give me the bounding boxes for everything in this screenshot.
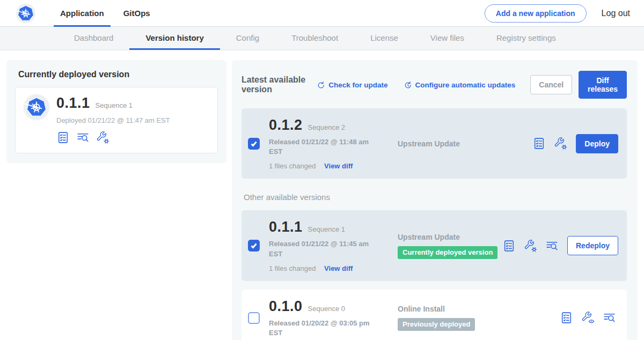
- version-number: 0.1.2: [269, 117, 303, 134]
- subnav-license[interactable]: License: [354, 27, 414, 50]
- tab-application[interactable]: Application: [54, 0, 111, 27]
- preflight-checklist-icon[interactable]: [56, 131, 70, 144]
- view-logs-icon[interactable]: [545, 239, 559, 253]
- version-history-panel: Latest available version Check for updat…: [232, 60, 638, 340]
- tab-gitops[interactable]: GitOps: [117, 0, 157, 27]
- check-for-update-link[interactable]: Check for update: [316, 80, 387, 90]
- subnav-registry-settings[interactable]: Registry settings: [480, 27, 572, 50]
- version-checkbox[interactable]: [248, 138, 260, 150]
- currently-deployed-panel: Currently deployed version 0.1.1 Sequenc…: [6, 60, 226, 163]
- latest-available-title: Latest available version: [241, 75, 309, 94]
- subnav-config[interactable]: Config: [220, 27, 275, 50]
- version-sequence: Sequence 1: [308, 225, 345, 233]
- version-row-0-1-0: 0.1.0 Sequence 0 Released 01/20/22 @ 03:…: [241, 290, 627, 340]
- view-diff-link[interactable]: View diff: [324, 264, 353, 272]
- files-changed-label: 1 files changed: [269, 162, 316, 170]
- kubernetes-logo: [16, 4, 35, 23]
- version-source: Upstream Update: [398, 233, 502, 241]
- released-timestamp: Released 01/21/22 @ 11:45 am EST: [269, 239, 384, 258]
- view-logs-icon[interactable]: [76, 131, 90, 144]
- app-subnav: Dashboard Version history Config Trouble…: [0, 27, 644, 50]
- version-sequence: Sequence 2: [308, 123, 345, 131]
- view-config-icon[interactable]: [581, 311, 595, 324]
- version-number: 0.1.0: [269, 298, 303, 315]
- edit-config-icon[interactable]: [524, 239, 537, 253]
- redeploy-button[interactable]: Redeploy: [567, 236, 618, 255]
- add-new-application-button[interactable]: Add a new application: [485, 4, 587, 23]
- main-content: Currently deployed version 0.1.1 Sequenc…: [0, 50, 644, 340]
- other-versions-title: Other available versions: [244, 193, 627, 202]
- deployed-version-number: 0.1.1: [56, 95, 90, 112]
- edit-config-icon[interactable]: [554, 137, 567, 150]
- version-row-0-1-1: 0.1.1 Sequence 1 Released 01/21/22 @ 11:…: [241, 210, 627, 280]
- deployed-version-card: 0.1.1 Sequence 1 Deployed 01/21/22 @ 11:…: [15, 87, 218, 153]
- view-diff-link[interactable]: View diff: [324, 162, 353, 170]
- edit-config-icon[interactable]: [96, 131, 109, 144]
- app-kubernetes-logo: [24, 95, 49, 120]
- version-row-0-1-2: 0.1.2 Sequence 2 Released 01/21/22 @ 11:…: [241, 108, 627, 179]
- deploy-button[interactable]: Deploy: [576, 134, 618, 153]
- top-navbar: Application GitOps Add a new application…: [0, 0, 644, 27]
- configure-automatic-updates-link[interactable]: Configure automatic updates: [403, 80, 516, 90]
- previously-deployed-badge: Previously deployed: [398, 318, 475, 331]
- version-source: Upstream Update: [398, 139, 532, 148]
- subnav-troubleshoot[interactable]: Troubleshoot: [275, 27, 354, 50]
- refresh-icon: [316, 80, 325, 90]
- logout-button[interactable]: Log out: [602, 9, 630, 18]
- subnav-view-files[interactable]: View files: [414, 27, 480, 50]
- subnav-version-history[interactable]: Version history: [129, 27, 219, 50]
- latest-version-header: Latest available version Check for updat…: [241, 71, 627, 99]
- preflight-checklist-icon[interactable]: [532, 137, 546, 150]
- version-number: 0.1.1: [269, 219, 303, 235]
- released-timestamp: Released 01/20/22 @ 03:05 pm EST: [269, 319, 384, 338]
- preflight-checklist-icon[interactable]: [502, 239, 516, 253]
- preflight-checklist-icon[interactable]: [560, 311, 573, 324]
- version-checkbox[interactable]: [248, 312, 260, 324]
- diff-releases-button[interactable]: Diff releases: [579, 71, 627, 99]
- version-sequence: Sequence 0: [308, 305, 345, 313]
- currently-deployed-title: Currently deployed version: [18, 70, 218, 79]
- subnav-dashboard[interactable]: Dashboard: [58, 27, 129, 50]
- auto-update-clock-icon: [403, 80, 412, 90]
- version-checkbox[interactable]: [248, 240, 260, 252]
- deployed-timestamp: Deployed 01/21/22 @ 11:47 am EST: [56, 116, 170, 124]
- cancel-button[interactable]: Cancel: [530, 75, 572, 94]
- currently-deployed-badge: Currently deployed version: [398, 246, 497, 259]
- view-logs-icon[interactable]: [603, 311, 616, 324]
- files-changed-label: 1 files changed: [269, 264, 316, 272]
- topnav-tabs: Application GitOps: [54, 0, 163, 27]
- version-source: Online Install: [398, 305, 560, 313]
- deployed-sequence: Sequence 1: [96, 101, 133, 109]
- released-timestamp: Released 01/21/22 @ 11:48 am EST: [269, 137, 384, 157]
